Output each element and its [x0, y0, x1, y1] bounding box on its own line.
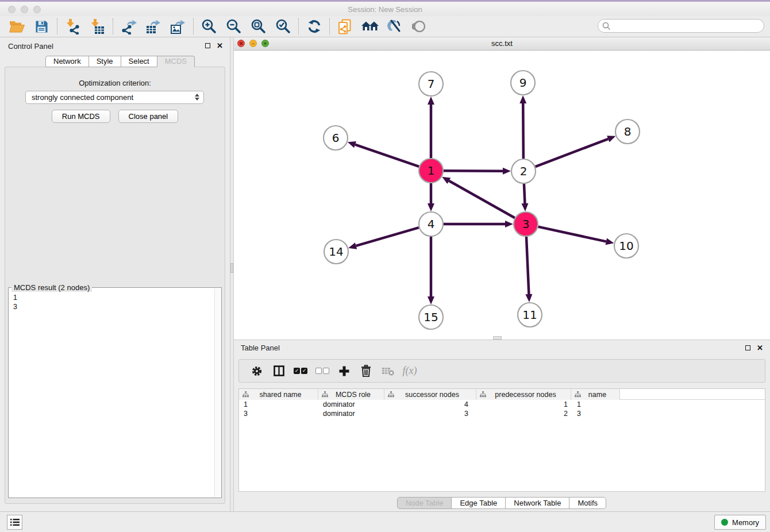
- graph-edge-1-2[interactable]: [444, 171, 503, 171]
- table-settings-button[interactable]: [246, 365, 268, 377]
- zoom-out-button[interactable]: [221, 17, 246, 36]
- column-header-name[interactable]: name: [571, 389, 620, 400]
- vertical-splitter[interactable]: [230, 37, 234, 511]
- network-close-button[interactable]: ✕: [237, 40, 245, 47]
- graph-edge-3-11[interactable]: [526, 237, 529, 294]
- export-table-button[interactable]: [141, 17, 165, 36]
- column-header-shared-name[interactable]: shared name: [239, 389, 318, 400]
- graph-node-10[interactable]: 10: [614, 234, 638, 258]
- network-canvas-svg[interactable]: 1234678910111415: [234, 51, 770, 340]
- hide-graphics-details-button[interactable]: [382, 17, 407, 36]
- show-column-panel-button[interactable]: [268, 365, 290, 376]
- graph-node-7[interactable]: 7: [419, 72, 443, 96]
- graph-edge-2-9[interactable]: [523, 103, 523, 159]
- import-table-button[interactable]: [85, 17, 110, 36]
- tree-icon: [480, 391, 486, 398]
- graph-node-2[interactable]: 2: [511, 159, 536, 183]
- toolbar-separator: [113, 18, 113, 34]
- graph-edge-3-10[interactable]: [538, 227, 606, 242]
- search-input[interactable]: [613, 21, 764, 31]
- table-row[interactable]: 1dominator411: [239, 400, 765, 409]
- tab-network-table[interactable]: Network Table: [505, 497, 569, 509]
- checked-box-icon: ✓: [294, 368, 300, 374]
- export-network-button[interactable]: [116, 17, 141, 36]
- close-panel-icon[interactable]: ✕: [217, 43, 223, 49]
- graph-edge-2-8[interactable]: [536, 139, 609, 167]
- zoom-in-button[interactable]: [197, 17, 221, 36]
- select-all-columns-button[interactable]: ✓✓: [290, 368, 311, 374]
- graph-edge-1-6[interactable]: [355, 145, 419, 167]
- export-image-button[interactable]: [165, 17, 190, 36]
- table-row[interactable]: 3dominator323: [239, 409, 765, 418]
- tab-edge-table[interactable]: Edge Table: [451, 497, 506, 509]
- memory-button[interactable]: Memory: [714, 515, 766, 530]
- horizontal-splitter-handle[interactable]: [493, 336, 502, 340]
- zoom-selected-button[interactable]: [271, 17, 295, 36]
- column-header-predecessor-nodes[interactable]: predecessor nodes: [476, 389, 571, 400]
- result-scrollbar[interactable]: [214, 288, 221, 497]
- memory-label: Memory: [732, 518, 759, 527]
- float-table-panel-icon[interactable]: [745, 345, 750, 350]
- copy-network-button[interactable]: [333, 17, 357, 36]
- graph-node-1[interactable]: 1: [419, 159, 443, 183]
- graph-edge-4-14[interactable]: [356, 228, 419, 246]
- float-panel-icon[interactable]: [205, 43, 210, 48]
- first-neighbors-button[interactable]: [357, 17, 382, 36]
- unselect-all-columns-button[interactable]: [311, 368, 333, 374]
- svg-text:9: 9: [519, 76, 527, 90]
- graph-node-3[interactable]: 3: [514, 212, 538, 236]
- criterion-value: strongly connected component: [32, 93, 133, 102]
- apply-layout-button[interactable]: [302, 17, 326, 36]
- import-network-icon: [65, 19, 80, 34]
- graph-node-4[interactable]: 4: [419, 212, 443, 236]
- trash-icon: [361, 365, 371, 377]
- hide-details-painter-icon: [387, 19, 402, 34]
- column-header-successor-nodes[interactable]: successor nodes: [384, 389, 476, 400]
- save-session-button[interactable]: [29, 17, 54, 36]
- graph-node-8[interactable]: 8: [615, 119, 640, 144]
- create-column-button[interactable]: [333, 365, 355, 377]
- search-icon: [602, 22, 611, 30]
- network-window-titlebar: ✕ − + scc.txt: [234, 37, 770, 51]
- status-bar: Memory: [0, 511, 770, 532]
- zoom-out-icon: [226, 18, 242, 34]
- network-canvas[interactable]: 1234678910111415: [234, 51, 770, 340]
- tab-select[interactable]: Select: [121, 56, 157, 67]
- vertical-splitter-handle[interactable]: [230, 263, 233, 273]
- svg-text:15: 15: [424, 310, 438, 324]
- network-minimize-button[interactable]: −: [249, 40, 257, 47]
- function-builder-button[interactable]: f(x): [399, 365, 421, 377]
- optimization-criterion-select[interactable]: strongly connected component: [25, 91, 204, 104]
- open-session-button[interactable]: [5, 17, 29, 36]
- table-cell: 3: [239, 409, 318, 418]
- delete-table-button[interactable]: [377, 366, 399, 376]
- table-tabs: Node TableEdge TableNetwork TableMotifs: [234, 497, 770, 509]
- graph-edge-2-3[interactable]: [524, 184, 525, 203]
- network-window: ✕ − + scc.txt 1234678910111415: [234, 37, 770, 340]
- tab-style[interactable]: Style: [88, 56, 121, 67]
- import-network-button[interactable]: [60, 17, 85, 36]
- graph-node-15[interactable]: 15: [419, 305, 443, 329]
- fit-content-button[interactable]: [246, 17, 271, 36]
- column-pane-icon: [274, 365, 284, 376]
- close-table-panel-icon[interactable]: ✕: [757, 345, 763, 351]
- run-mcds-button[interactable]: Run MCDS: [52, 110, 110, 123]
- graph-node-9[interactable]: 9: [511, 71, 535, 95]
- graph-node-6[interactable]: 6: [324, 126, 348, 150]
- table-cell: 1: [571, 400, 620, 409]
- table-cell: 3: [571, 409, 620, 418]
- table-toolbar: ✓✓: [238, 359, 765, 383]
- show-graphics-details-button[interactable]: [407, 17, 432, 36]
- column-header-MCDS-role[interactable]: MCDS role: [318, 389, 384, 400]
- task-history-button[interactable]: [7, 515, 22, 530]
- tab-mcds[interactable]: MCDS: [157, 56, 195, 67]
- close-panel-button[interactable]: Close panel: [118, 110, 179, 123]
- graph-node-14[interactable]: 14: [324, 240, 348, 264]
- graph-edge-3-1[interactable]: [449, 181, 514, 218]
- network-zoom-button[interactable]: +: [261, 40, 269, 47]
- tab-node-table[interactable]: Node Table: [397, 497, 452, 509]
- delete-column-button[interactable]: [355, 365, 377, 377]
- graph-node-11[interactable]: 11: [518, 303, 542, 327]
- tab-motifs[interactable]: Motifs: [569, 497, 606, 509]
- tab-network[interactable]: Network: [45, 56, 89, 67]
